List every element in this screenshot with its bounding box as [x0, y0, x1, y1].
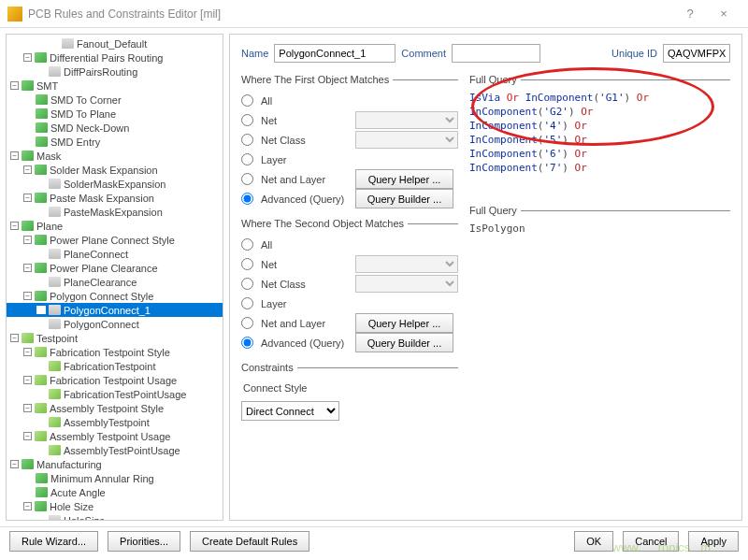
scope-radio[interactable] — [241, 238, 253, 251]
rule-wizard-button[interactable]: Rule Wizard... — [9, 531, 98, 552]
expand-icon[interactable]: − — [10, 460, 19, 468]
expand-icon[interactable]: − — [10, 334, 19, 342]
expand-icon[interactable]: − — [23, 348, 32, 356]
tree-node[interactable]: DiffPairsRouting — [7, 65, 223, 79]
connect-style-select[interactable]: Direct Connect — [241, 401, 339, 421]
scope-select[interactable] — [355, 275, 458, 293]
full-query-2-group: Full Query IsPolygon — [469, 205, 730, 236]
tree-node[interactable]: −Polygon Connect Style — [7, 289, 223, 303]
tree-node[interactable]: FabricationTestpoint — [7, 359, 223, 373]
expand-icon[interactable]: − — [10, 81, 19, 90]
tree-node[interactable]: −Testpoint — [7, 331, 223, 345]
tree-node[interactable]: SMD To Plane — [7, 107, 223, 121]
tree-node[interactable]: SMD Neck-Down — [7, 121, 223, 135]
tree-node[interactable]: SMD To Corner — [7, 93, 223, 107]
close-button[interactable]: × — [707, 1, 741, 27]
priorities-button[interactable]: Priorities... — [108, 531, 180, 552]
rules-tree[interactable]: Fanout_Default−Differential Pairs Routin… — [6, 34, 223, 521]
node-icon — [62, 38, 74, 49]
scope-radio[interactable] — [241, 278, 253, 290]
scope-radio[interactable] — [241, 94, 253, 107]
ok-button[interactable]: OK — [574, 531, 613, 552]
uid-input[interactable] — [663, 44, 730, 63]
expand-icon[interactable]: − — [23, 502, 32, 510]
tree-node[interactable]: −Plane — [7, 219, 223, 233]
tree-node[interactable]: −Manufacturing — [7, 457, 223, 471]
create-default-rules-button[interactable]: Create Default Rules — [190, 531, 309, 552]
scope-select[interactable] — [355, 255, 458, 273]
tree-node[interactable]: −Assembly Testpoint Style — [7, 401, 223, 415]
scope-radio-label: All — [261, 239, 350, 251]
scope-radio[interactable] — [241, 134, 253, 146]
scope-radio[interactable] — [241, 258, 253, 270]
expand-icon[interactable]: − — [23, 53, 32, 62]
where-second-legend: Where The Second Object Matches — [241, 218, 408, 229]
tree-node[interactable]: HoleSize — [7, 513, 223, 521]
node-icon — [49, 445, 61, 455]
tree-node[interactable]: PolygonConnect — [7, 317, 223, 331]
scope-radio[interactable] — [241, 173, 253, 185]
scope-radio[interactable] — [241, 114, 253, 126]
full-query-2-text[interactable]: IsPolygon — [469, 221, 525, 237]
expand-icon[interactable]: − — [23, 264, 32, 272]
tree-node[interactable]: −Fabrication Testpoint Style — [7, 345, 223, 359]
tree-node[interactable]: −Solder Mask Expansion — [7, 163, 223, 177]
tree-node[interactable]: FabricationTestPointUsage — [7, 387, 223, 401]
tree-node[interactable]: −Fabrication Testpoint Usage — [7, 373, 223, 387]
full-query-1-text[interactable]: IsVia Or InComponent('G1') OrInComponent… — [469, 91, 730, 175]
name-input[interactable] — [274, 44, 396, 63]
apply-button[interactable]: Apply — [688, 531, 739, 552]
scope-radio[interactable] — [241, 297, 253, 309]
tree-node[interactable]: PasteMaskExpansion — [7, 205, 223, 219]
cancel-button[interactable]: Cancel — [623, 531, 679, 552]
comment-input[interactable] — [452, 44, 540, 63]
expand-icon[interactable]: − — [23, 236, 32, 244]
query-helper-button[interactable]: Query Helper ... — [355, 169, 453, 189]
node-icon — [49, 179, 61, 189]
node-label: FabricationTestPointUsage — [64, 389, 186, 400]
scope-select[interactable] — [355, 111, 458, 129]
scope-radio-label: Advanced (Query) — [261, 337, 350, 349]
tree-node[interactable]: −Differential Pairs Routing — [7, 50, 223, 65]
expand-icon[interactable]: − — [23, 165, 32, 174]
tree-node[interactable]: −Assembly Testpoint Usage — [7, 429, 223, 443]
tree-node[interactable]: PlaneConnect — [7, 247, 223, 261]
expand-icon[interactable]: − — [23, 292, 32, 300]
tree-node[interactable]: −Mask — [7, 149, 223, 163]
scope-radio[interactable] — [241, 317, 253, 329]
tree-node[interactable]: AssemblyTestpoint — [7, 415, 223, 429]
scope-select[interactable] — [355, 131, 458, 149]
tree-node[interactable]: PolygonConnect_1 — [7, 303, 223, 317]
tree-node[interactable]: −Paste Mask Expansion — [7, 191, 223, 205]
tree-node[interactable]: SMD Entry — [7, 135, 223, 149]
node-label: Manufacturing — [36, 459, 102, 470]
tree-node[interactable]: PlaneClearance — [7, 275, 223, 289]
scope-radio-label: Net Class — [261, 279, 350, 290]
expand-icon[interactable]: − — [23, 376, 32, 384]
tree-node[interactable]: Fanout_Default — [7, 36, 223, 50]
query-builder-button[interactable]: Query Builder ... — [355, 189, 453, 208]
node-icon — [49, 207, 61, 217]
query-helper-button[interactable]: Query Helper ... — [355, 313, 453, 333]
connect-style-label: Connect Style — [243, 382, 458, 394]
tree-node[interactable]: Acute Angle — [7, 485, 223, 499]
expand-icon[interactable]: − — [10, 151, 19, 160]
expand-icon[interactable]: − — [23, 194, 32, 202]
tree-node[interactable]: −Hole Size — [7, 499, 223, 513]
tree-node[interactable]: −Power Plane Connect Style — [7, 233, 223, 247]
tree-node[interactable]: −Power Plane Clearance — [7, 261, 223, 275]
tree-node[interactable]: AssemblyTestPointUsage — [7, 443, 223, 457]
node-label: AssemblyTestPointUsage — [64, 445, 180, 456]
expand-icon[interactable]: − — [23, 404, 32, 412]
node-label: HoleSize — [64, 515, 105, 522]
scope-radio[interactable] — [241, 153, 253, 165]
help-button[interactable]: ? — [673, 1, 707, 27]
scope-radio[interactable] — [241, 193, 253, 205]
expand-icon[interactable]: − — [23, 432, 32, 440]
query-builder-button[interactable]: Query Builder ... — [355, 333, 453, 352]
tree-node[interactable]: SolderMaskExpansion — [7, 177, 223, 191]
tree-node[interactable]: Minimum Annular Ring — [7, 471, 223, 485]
expand-icon[interactable]: − — [10, 222, 19, 230]
scope-radio[interactable] — [241, 337, 253, 349]
tree-node[interactable]: −SMT — [7, 79, 223, 93]
